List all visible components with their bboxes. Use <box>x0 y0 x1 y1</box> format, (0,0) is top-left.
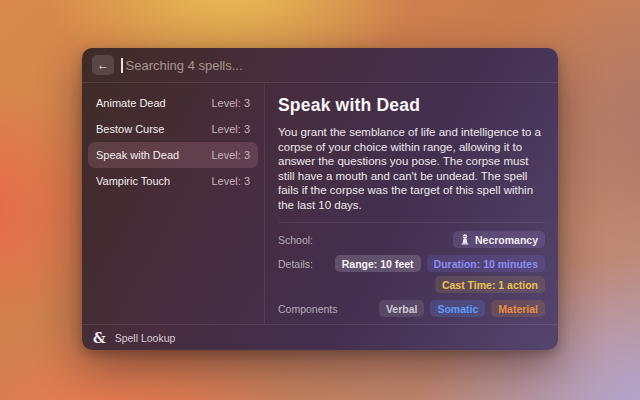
components-label: Components <box>278 300 338 315</box>
detail-panel: Speak with Dead You grant the semblance … <box>265 83 558 324</box>
cast-time-badge: Cast Time: 1 action <box>435 276 545 293</box>
component-badges: VerbalSomaticMaterial <box>379 300 545 317</box>
component-verbal-badge: Verbal <box>379 300 425 317</box>
spell-level: Level: 3 <box>211 175 250 187</box>
spell-metadata: School: Necromancy Details: <box>278 222 545 317</box>
list-item-speak-with-dead[interactable]: Speak with DeadLevel: 3 <box>88 142 258 168</box>
details-badge-line: Cast Time: 1 action <box>435 276 545 293</box>
spell-name: Vampiric Touch <box>96 175 170 187</box>
school-badge: Necromancy <box>453 231 545 248</box>
spell-name: Animate Dead <box>96 97 166 109</box>
spell-name: Bestow Curse <box>96 123 164 135</box>
school-value: Necromancy <box>475 234 538 246</box>
details-badge-line: Range: 10 feetDuration: 10 minutes <box>335 255 545 272</box>
range-badge: Range: 10 feet <box>335 255 421 272</box>
back-arrow-icon: ← <box>97 59 109 71</box>
school-row: School: Necromancy <box>278 231 545 248</box>
school-label: School: <box>278 231 313 246</box>
spell-level: Level: 3 <box>211 97 250 109</box>
spell-description: Speak with Dead You grant the semblance … <box>278 88 545 222</box>
spell-title: Speak with Dead <box>278 95 545 116</box>
list-item-vampiric-touch[interactable]: Vampiric TouchLevel: 3 <box>88 168 258 194</box>
component-material-badge: Material <box>491 300 545 317</box>
description-paragraph-1: You grant the semblance of life and inte… <box>278 125 545 212</box>
details-label: Details: <box>278 255 313 270</box>
description-paragraph-2: Until the spell ends, you can ask the co… <box>278 221 545 222</box>
text-caret <box>121 58 123 73</box>
footer: & Spell Lookup <box>82 324 558 350</box>
search-input[interactable] <box>126 58 549 73</box>
component-somatic-badge: Somatic <box>430 300 485 317</box>
duration-badge: Duration: 10 minutes <box>427 255 545 272</box>
spell-lookup-window: ← Animate DeadLevel: 3Bestow CurseLevel:… <box>82 48 558 350</box>
spell-name: Speak with Dead <box>96 149 179 161</box>
list-item-animate-dead[interactable]: Animate DeadLevel: 3 <box>88 90 258 116</box>
details-row: Details: Range: 10 feetDuration: 10 minu… <box>278 255 545 293</box>
component-badge-line: VerbalSomaticMaterial <box>379 300 545 317</box>
list-item-bestow-curse[interactable]: Bestow CurseLevel: 3 <box>88 116 258 142</box>
main-content: Animate DeadLevel: 3Bestow CurseLevel: 3… <box>82 83 558 324</box>
spell-list: Animate DeadLevel: 3Bestow CurseLevel: 3… <box>82 83 265 324</box>
app-name: Spell Lookup <box>115 332 176 344</box>
necromancy-icon <box>460 234 470 245</box>
components-row: Components VerbalSomaticMaterial <box>278 300 545 317</box>
dnd-ampersand-logo: & <box>93 331 106 345</box>
search-bar: ← <box>82 48 558 83</box>
spell-level: Level: 3 <box>211 123 250 135</box>
back-button[interactable]: ← <box>92 55 114 75</box>
details-badges: Range: 10 feetDuration: 10 minutesCast T… <box>335 255 545 293</box>
spell-level: Level: 3 <box>211 149 250 161</box>
